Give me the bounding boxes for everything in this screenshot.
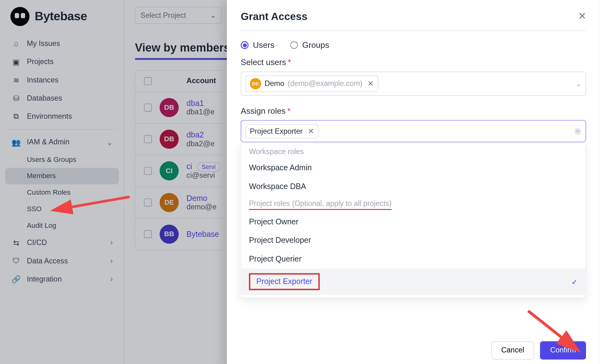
option-project-developer[interactable]: Project Developer: [241, 231, 586, 250]
roles-dropdown: Workspace roles Workspace Admin Workspac…: [241, 143, 586, 298]
remove-chip-icon[interactable]: ✕: [368, 79, 373, 88]
clear-icon[interactable]: ✕: [574, 128, 581, 135]
assign-roles-label: Assign roles*: [241, 106, 586, 116]
radio-groups[interactable]: Groups: [290, 40, 329, 50]
remove-chip-icon[interactable]: ✕: [308, 127, 314, 136]
cancel-button[interactable]: Cancel: [491, 341, 534, 359]
selected-role-chip: Project Exporter ✕: [246, 124, 318, 138]
grant-access-panel: Grant Access ✕ Users Groups Select users…: [227, 0, 600, 364]
option-workspace-admin[interactable]: Workspace Admin: [241, 159, 586, 177]
check-icon: ✓: [571, 277, 578, 287]
radio-users[interactable]: Users: [241, 40, 274, 50]
option-workspace-dba[interactable]: Workspace DBA: [241, 177, 586, 196]
radio-icon: [241, 41, 248, 49]
assign-roles-input[interactable]: Project Exporter ✕ ✕: [241, 120, 586, 142]
select-users-input[interactable]: DE Demo (demo@example.com) ✕ ⌄: [241, 72, 586, 96]
selected-user-chip: DE Demo (demo@example.com) ✕: [246, 76, 378, 92]
group-project-roles: Project roles (Optional, apply to all pr…: [241, 196, 586, 212]
select-users-label: Select users*: [241, 58, 586, 67]
close-icon[interactable]: ✕: [578, 11, 586, 22]
option-project-exporter[interactable]: Project Exporter✓: [241, 268, 586, 295]
avatar: DE: [250, 78, 261, 89]
option-project-querier[interactable]: Project Querier: [241, 250, 586, 268]
chevron-down-icon: ⌄: [576, 80, 581, 88]
modal-title: Grant Access: [241, 10, 308, 22]
confirm-button[interactable]: Confirm: [540, 341, 586, 359]
group-workspace-roles: Workspace roles: [241, 144, 586, 159]
radio-icon: [290, 41, 298, 49]
option-project-owner[interactable]: Project Owner: [241, 212, 586, 231]
